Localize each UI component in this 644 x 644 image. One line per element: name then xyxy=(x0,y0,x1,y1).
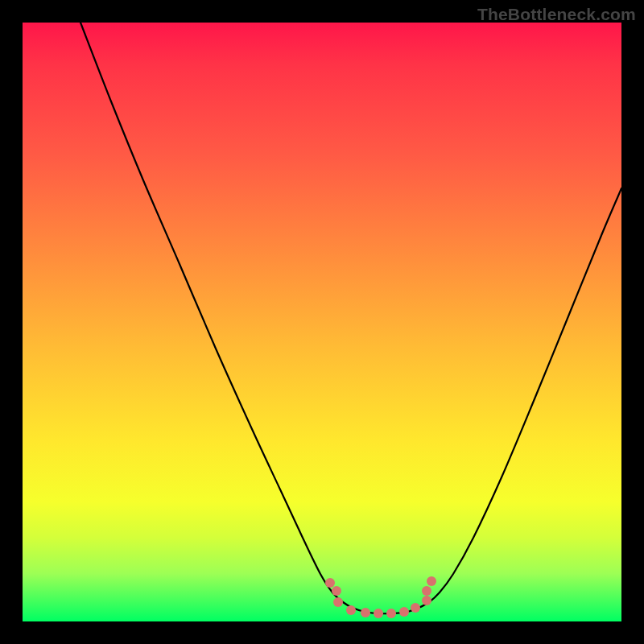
curve-svg xyxy=(23,23,621,621)
curve-path xyxy=(80,23,621,613)
plot-area xyxy=(23,23,621,621)
data-marker xyxy=(386,609,396,618)
data-marker xyxy=(346,605,356,615)
chart-frame: TheBottleneck.com xyxy=(0,0,644,644)
data-marker xyxy=(332,586,341,596)
data-marker xyxy=(411,603,420,613)
watermark-text: TheBottleneck.com xyxy=(477,5,636,24)
data-marker xyxy=(374,609,383,618)
data-marker xyxy=(422,586,431,596)
data-marker xyxy=(422,596,431,605)
marker-group xyxy=(325,576,436,618)
data-marker xyxy=(361,608,370,617)
data-marker xyxy=(325,578,335,588)
data-marker xyxy=(333,597,343,607)
data-marker xyxy=(399,607,409,617)
data-marker xyxy=(427,576,436,586)
